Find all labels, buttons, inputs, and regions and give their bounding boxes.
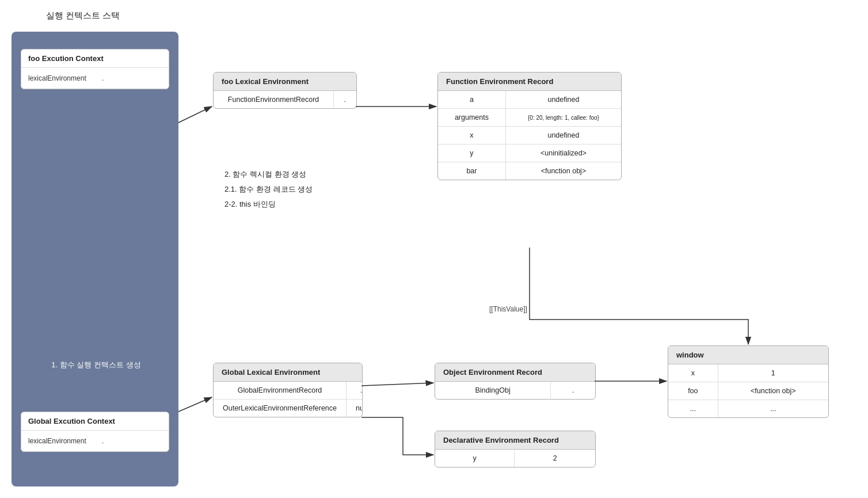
window-obj-table: x1foo<function obj>...... <box>668 364 828 417</box>
window-row-key: x <box>668 364 718 382</box>
global-outer-lex-val: null <box>347 400 363 417</box>
window-row-val: 1 <box>718 364 828 382</box>
global-context-row: lexicalEnvironment . <box>21 431 169 451</box>
foo-lex-env-key: lexicalEnvironment <box>28 74 97 82</box>
func-env-record-box: Function Environment Record aundefinedar… <box>437 72 622 180</box>
func-env-row-val: undefined <box>505 127 621 145</box>
global-outer-lex-key: OuterLexicalEnvironmentReference <box>214 400 347 417</box>
binding-obj-val: . <box>551 382 595 399</box>
this-value-label: [[ThisValue]] <box>489 305 527 313</box>
binding-obj-key: BindingObj <box>435 382 551 399</box>
foo-context-box: foo Excution Context lexicalEnvironment … <box>21 49 169 89</box>
obj-env-record-table: BindingObj . <box>435 382 595 399</box>
global-lex-env-table: GlobalEnvironmentRecord . OuterLexicalEn… <box>214 382 363 417</box>
window-row-key: ... <box>668 400 718 418</box>
func-env-row-key: arguments <box>438 109 505 127</box>
step-notes: 2. 함수 렉시컬 환경 생성 2.1. 함수 환경 레코드 생성 2-2. t… <box>224 167 313 212</box>
window-row-val: <function obj> <box>718 382 828 400</box>
global-lex-env-box: Global Lexical Environment GlobalEnviron… <box>213 363 363 417</box>
window-row-key: foo <box>668 382 718 400</box>
func-env-row-val: undefined <box>505 91 621 109</box>
foo-context-title: foo Excution Context <box>21 50 169 68</box>
window-row-val: ... <box>718 400 828 418</box>
step-note-3: 2-2. this 바인딩 <box>224 197 313 212</box>
window-obj-title: window <box>668 346 828 364</box>
decl-env-record-box: Declarative Environment Record y2 <box>435 431 596 467</box>
foo-lex-env-title: foo Lexical Environment <box>214 73 356 91</box>
foo-lex-env-table: FunctionEnvironmentRecord . <box>214 91 356 108</box>
step-note-1: 2. 함수 렉시컬 환경 생성 <box>224 167 313 182</box>
func-env-row-key: a <box>438 91 505 109</box>
step-note-2: 2.1. 함수 환경 레코드 생성 <box>224 182 313 197</box>
page-title: 실행 컨텍스트 스택 <box>46 10 120 21</box>
global-context-box: Global Excution Context lexicalEnvironme… <box>21 412 169 452</box>
decl-env-row-key: y <box>435 450 515 467</box>
decl-env-row-val: 2 <box>515 450 595 467</box>
foo-lex-env-box: foo Lexical Environment FunctionEnvironm… <box>213 72 357 109</box>
global-lex-env-key: lexicalEnvironment <box>28 437 97 445</box>
global-env-record-key: GlobalEnvironmentRecord <box>214 382 347 400</box>
func-env-record-title: Function Environment Record <box>438 73 621 91</box>
obj-env-record-title: Object Environment Record <box>435 363 595 382</box>
foo-lex-env-val: . <box>102 74 104 82</box>
foo-lex-env-record-val: . <box>334 91 356 108</box>
svg-line-3 <box>178 397 212 412</box>
global-lex-env-box-title: Global Lexical Environment <box>214 363 362 382</box>
func-env-row-val: <uninitialized> <box>505 145 621 162</box>
exec-stack-panel: foo Excution Context lexicalEnvironment … <box>12 32 178 486</box>
global-context-title: Global Excution Context <box>21 412 169 431</box>
svg-line-1 <box>178 107 212 123</box>
svg-line-4 <box>361 383 433 386</box>
window-obj-box: window x1foo<function obj>...... <box>668 345 829 418</box>
global-env-record-val: . <box>347 382 363 400</box>
foo-context-row: lexicalEnvironment . <box>21 68 169 89</box>
func-env-record-table: aundefinedarguments{0: 20, length: 1, ca… <box>438 91 621 180</box>
obj-env-record-box: Object Environment Record BindingObj . <box>435 363 596 400</box>
func-env-row-val: {0: 20, length: 1, callee: foo} <box>505 109 621 127</box>
global-lex-env-val: . <box>102 437 104 445</box>
step-label: 1. 함수 실행 컨텍스트 생성 <box>23 359 169 371</box>
func-env-row-key: bar <box>438 162 505 180</box>
func-env-row-key: x <box>438 127 505 145</box>
func-env-row-key: y <box>438 145 505 162</box>
foo-lex-env-record-key: FunctionEnvironmentRecord <box>214 91 334 108</box>
decl-env-record-table: y2 <box>435 450 595 467</box>
decl-env-record-title: Declarative Environment Record <box>435 431 595 450</box>
func-env-row-val: <function obj> <box>505 162 621 180</box>
